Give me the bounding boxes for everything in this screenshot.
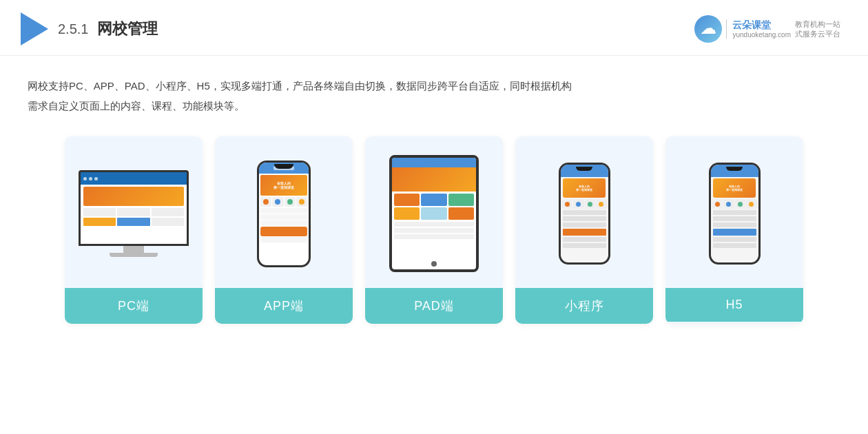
card-miniprogram-label: 小程序 <box>515 288 653 324</box>
h5-row-1 <box>713 210 756 215</box>
description-line1: 网校支持PC、APP、PAD、小程序、H5，实现多端打通，产品各终端自由切换，数… <box>28 76 840 96</box>
pc-cell-4 <box>83 218 116 226</box>
h5-icon-1 <box>712 199 723 209</box>
h5-icon-3 <box>735 199 746 209</box>
pad-card-3 <box>448 194 474 206</box>
app-grid-3 <box>285 197 296 207</box>
pad-card-6 <box>448 207 474 220</box>
card-app: 创造人的第一堂闯课堂 <box>215 136 353 324</box>
header-right: 云朵课堂 yunduoketang.com 教育机构一站 式服务云平台 <box>694 15 840 43</box>
mp-row-4 <box>563 237 606 242</box>
card-pad-image <box>365 136 503 288</box>
h5-cta <box>713 229 756 236</box>
pc-mockup <box>79 170 189 257</box>
logo-triangle-icon <box>21 12 48 45</box>
pad-card-5 <box>421 207 446 220</box>
mp-dot-4 <box>599 202 603 207</box>
app-phone-notch <box>274 164 293 169</box>
card-pad-label: PAD端 <box>365 288 503 324</box>
brand-slogan-line1: 教育机构一站 <box>795 19 840 29</box>
h5-row-4 <box>713 237 756 242</box>
miniprogram-icons <box>561 199 608 209</box>
card-miniprogram-image: 创造人的第一堂闯课堂 <box>515 136 653 288</box>
h5-row-3 <box>713 223 756 227</box>
pad-tablet-header <box>392 158 476 167</box>
miniprogram-icon-2 <box>573 199 584 209</box>
h5-icon-4 <box>746 199 757 209</box>
brand-logo: 云朵课堂 yunduoketang.com 教育机构一站 式服务云平台 <box>694 15 840 43</box>
brand-slogan-line2: 式服务云平台 <box>795 29 840 39</box>
pad-row-2 <box>394 228 474 233</box>
h5-banner: 创造人的第一堂闯课堂 <box>713 178 756 198</box>
brand-cloud-icon <box>694 15 722 43</box>
miniprogram-phone-mockup: 创造人的第一堂闯课堂 <box>559 163 610 265</box>
mp-dot-3 <box>588 202 592 207</box>
h5-icons <box>711 199 758 209</box>
h5-icon-2 <box>723 199 734 209</box>
h5-screen: 创造人的第一堂闯课堂 <box>711 165 758 262</box>
card-pc-image <box>65 136 203 288</box>
section-number: 2.5.1 <box>58 21 88 37</box>
app-phone-content: 创造人的第一堂闯课堂 <box>259 174 309 245</box>
card-app-image: 创造人的第一堂闯课堂 <box>215 136 353 288</box>
h5-row-5 <box>713 243 756 248</box>
miniprogram-banner-text: 创造人的第一堂闯课堂 <box>576 185 592 192</box>
h5-dot-3 <box>738 202 743 207</box>
pad-card-1 <box>394 194 420 206</box>
h5-phone-mockup: 创造人的第一堂闯课堂 <box>709 163 761 265</box>
card-pc-label: PC端 <box>65 288 203 324</box>
app-grid-icon-2 <box>275 199 280 205</box>
miniprogram-icon-1 <box>562 199 573 209</box>
app-phone-screen: 创造人的第一堂闯课堂 <box>259 163 309 265</box>
h5-dot-2 <box>726 202 731 207</box>
miniprogram-rows <box>561 210 608 248</box>
h5-dot-4 <box>749 202 754 207</box>
app-grid-4 <box>296 197 307 207</box>
pc-cell-3 <box>152 208 184 216</box>
app-phone-grid <box>260 197 307 207</box>
header: 2.5.1 网校管理 云朵课堂 yunduoketang.com 教育机构一站 … <box>0 0 868 56</box>
pc-cell-2 <box>117 208 149 216</box>
app-grid-2 <box>272 197 283 207</box>
card-pad: PAD端 <box>365 136 503 324</box>
title-text: 网校管理 <box>97 20 158 37</box>
pad-tablet-screen <box>392 158 476 269</box>
pc-stand <box>123 246 144 253</box>
app-list-1 <box>260 208 307 214</box>
pad-tablet-banner <box>392 167 476 192</box>
app-grid-icon-1 <box>263 199 269 205</box>
app-grid-icon-4 <box>299 199 304 205</box>
pad-home-button <box>431 261 437 267</box>
description-line2: 需求自定义页面上的内容、课程、功能模块等。 <box>28 96 840 116</box>
mp-row-5 <box>563 243 606 248</box>
mp-row-1 <box>563 210 606 215</box>
pad-row-1 <box>394 222 474 227</box>
brand-name: 云朵课堂 <box>732 19 791 31</box>
pc-cell-1 <box>83 208 116 216</box>
miniprogram-notch <box>576 167 592 171</box>
h5-banner-text: 创造人的第一堂闯课堂 <box>726 185 743 192</box>
pad-row-3 <box>394 234 474 239</box>
card-h5-image: 创造人的第一堂闯课堂 <box>665 136 803 288</box>
pc-content-grid <box>83 208 184 226</box>
page-title: 2.5.1 网校管理 <box>58 19 158 39</box>
card-pc: PC端 <box>65 136 203 324</box>
brand-text: 云朵课堂 yunduoketang.com <box>726 19 791 39</box>
miniprogram-banner: 创造人的第一堂闯课堂 <box>563 178 606 198</box>
pc-cell-5 <box>117 218 149 226</box>
pc-content-block <box>81 185 187 228</box>
pc-content-banner <box>83 187 184 206</box>
mp-row-2 <box>563 216 606 221</box>
h5-row-2 <box>713 216 756 221</box>
card-miniprogram: 创造人的第一堂闯课堂 <box>515 136 653 324</box>
mp-dot-1 <box>565 202 570 207</box>
h5-dot-1 <box>715 202 720 207</box>
pc-screen <box>79 170 189 246</box>
header-left: 2.5.1 网校管理 <box>21 12 158 45</box>
app-list-4 <box>260 237 307 242</box>
app-list-2 <box>260 214 307 220</box>
app-banner-text: 创造人的第一堂闯课堂 <box>273 181 294 189</box>
pc-base <box>110 253 158 257</box>
app-phone-banner: 创造人的第一堂闯课堂 <box>260 175 307 196</box>
h5-notch <box>726 167 743 171</box>
